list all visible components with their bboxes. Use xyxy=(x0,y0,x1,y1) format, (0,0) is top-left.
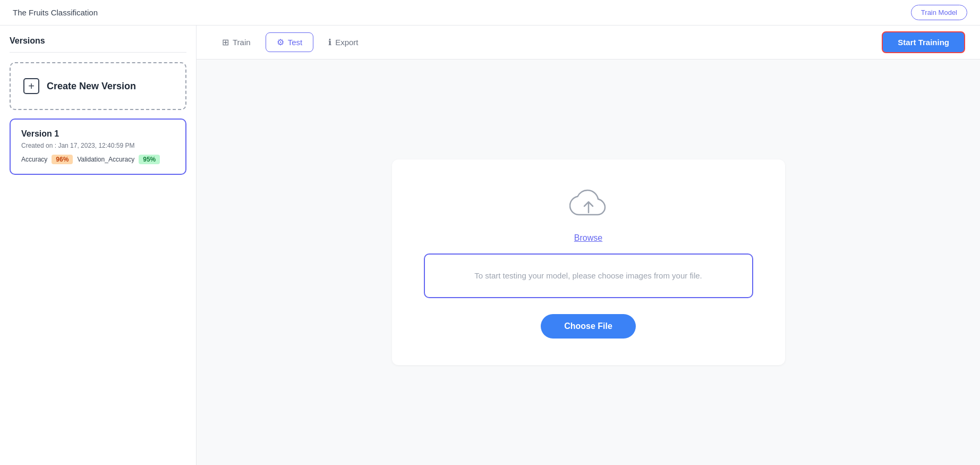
drop-zone-text: To start testing your model, please choo… xyxy=(474,271,702,280)
version-card[interactable]: Version 1 Created on : Jan 17, 2023, 12:… xyxy=(10,119,186,175)
tab-train[interactable]: ⊞ Train xyxy=(211,33,261,52)
accuracy-label: Accuracy xyxy=(21,156,47,163)
content-area: ⊞ Train ⚙ Test ℹ Export Start Training xyxy=(197,26,980,465)
export-icon: ℹ xyxy=(328,37,331,47)
start-training-button[interactable]: Start Training xyxy=(882,31,965,53)
choose-file-button[interactable]: Choose File xyxy=(541,314,636,339)
train-icon: ⊞ xyxy=(222,37,229,47)
plus-icon: + xyxy=(23,78,39,94)
validation-badge: 95% xyxy=(139,155,160,164)
create-new-version-card[interactable]: + Create New Version xyxy=(10,62,186,110)
version-date: Created on : Jan 17, 2023, 12:40:59 PM xyxy=(21,142,175,149)
upload-box: Browse To start testing your model, plea… xyxy=(392,159,785,365)
upload-container: Browse To start testing your model, plea… xyxy=(197,60,980,465)
cloud-upload-icon xyxy=(569,186,608,223)
test-icon: ⚙ xyxy=(277,37,284,47)
tab-test[interactable]: ⚙ Test xyxy=(266,32,314,52)
drop-zone: To start testing your model, please choo… xyxy=(424,253,753,298)
accuracy-badge: 96% xyxy=(52,155,73,164)
browse-link[interactable]: Browse xyxy=(574,233,602,243)
tab-export[interactable]: ℹ Export xyxy=(318,33,369,52)
create-new-version-label: Create New Version xyxy=(47,81,136,92)
page-title: The Fruits Classification xyxy=(13,8,98,17)
tab-export-label: Export xyxy=(335,38,358,47)
tabs: ⊞ Train ⚙ Test ℹ Export xyxy=(211,32,369,52)
tab-bar: ⊞ Train ⚙ Test ℹ Export Start Training xyxy=(197,26,980,60)
main-layout: Versions + Create New Version Version 1 … xyxy=(0,26,980,465)
validation-label: Validation_Accuracy xyxy=(77,156,134,163)
sidebar: Versions + Create New Version Version 1 … xyxy=(0,26,197,465)
version-name: Version 1 xyxy=(21,129,175,139)
tab-train-label: Train xyxy=(233,38,251,47)
version-badges: Accuracy 96% Validation_Accuracy 95% xyxy=(21,155,175,164)
tab-test-label: Test xyxy=(288,38,303,47)
sidebar-title: Versions xyxy=(10,36,186,53)
train-model-button[interactable]: Train Model xyxy=(911,5,967,20)
header: The Fruits Classification Train Model xyxy=(0,0,980,26)
